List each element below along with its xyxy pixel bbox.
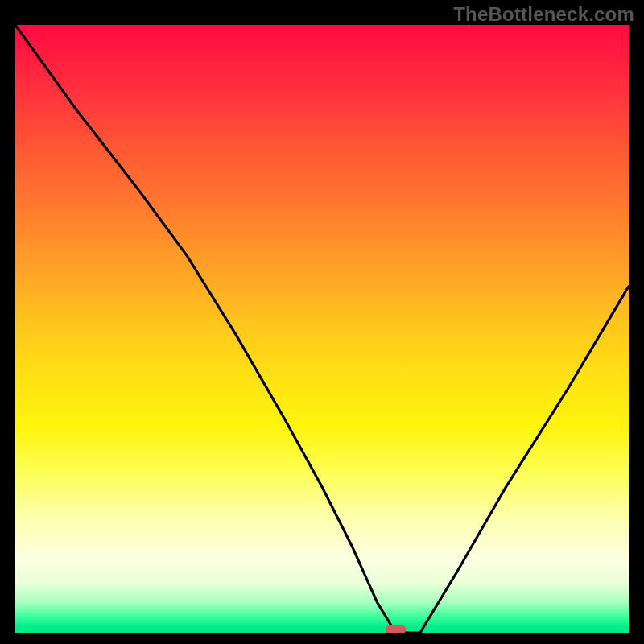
- watermark-text: TheBottleneck.com: [453, 3, 634, 26]
- plot-area: [15, 25, 629, 633]
- chart-frame: TheBottleneck.com: [0, 0, 644, 644]
- optimal-marker: [386, 625, 406, 633]
- bottleneck-curve: [15, 25, 629, 633]
- curve-path: [15, 25, 629, 633]
